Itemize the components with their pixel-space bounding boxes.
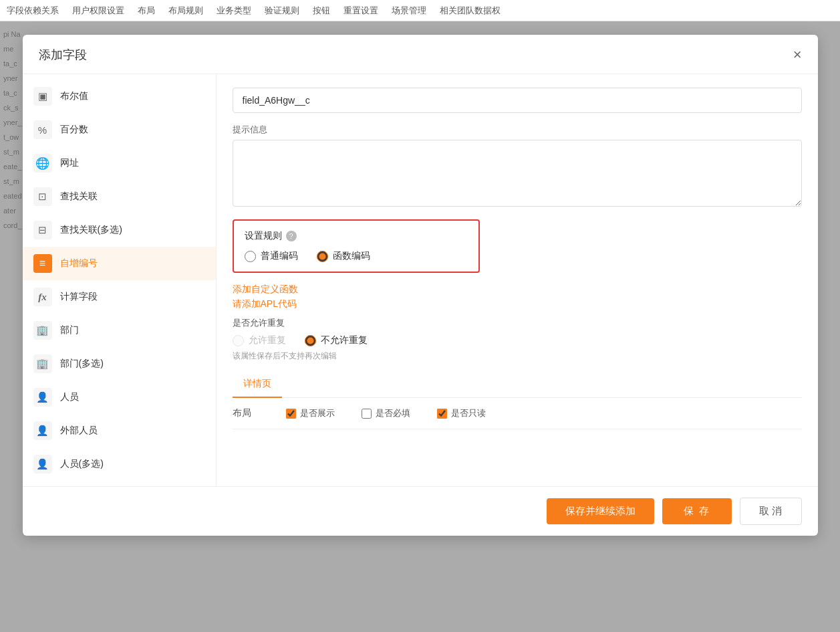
nav-item-4[interactable]: 布局规则 (168, 5, 203, 17)
allow-duplicate-option[interactable]: 允许重复 (233, 334, 286, 346)
required-checkbox[interactable] (362, 409, 372, 419)
close-button[interactable]: × (793, 47, 802, 62)
dept-label: 部门 (60, 324, 79, 336)
modal-footer: 保存并继续添加 保 存 取 消 (23, 486, 818, 536)
save-button[interactable]: 保 存 (662, 498, 732, 524)
readonly-checkbox[interactable] (437, 409, 447, 419)
top-nav: 字段依赖关系 用户权限设置 布局 布局规则 业务类型 验证规则 按钮 重置设置 … (0, 0, 840, 21)
modal-title: 添加字段 (39, 47, 87, 63)
bool-icon: ▣ (33, 87, 52, 106)
cancel-button[interactable]: 取 消 (740, 498, 801, 525)
readonly-checkbox-label[interactable]: 是否只读 (437, 407, 486, 419)
field-settings-panel: 提示信息 设置规则 ? 普通编码 (217, 74, 818, 486)
lookup-icon: ⊡ (33, 187, 52, 206)
field-type-lookup[interactable]: ⊡ 查找关联 (23, 180, 216, 213)
required-label: 是否必填 (376, 407, 410, 419)
disallow-label: 不允许重复 (321, 334, 368, 346)
lookup-multi-label: 查找关联(多选) (60, 224, 122, 236)
modal-overlay: 添加字段 × ▣ 布尔值 % 百分数 🌐 网 (0, 21, 840, 632)
nav-item-5[interactable]: 业务类型 (217, 5, 251, 17)
add-field-modal: 添加字段 × ▣ 布尔值 % 百分数 🌐 网 (23, 35, 818, 536)
allow-duplicate-title: 是否允许重复 (233, 317, 802, 329)
modal-header: 添加字段 × (23, 35, 818, 74)
show-checkbox-label[interactable]: 是否展示 (286, 407, 335, 419)
function-encoding-label: 函数编码 (333, 250, 370, 262)
url-label: 网址 (60, 157, 79, 169)
auto-number-icon: ≡ (33, 254, 52, 273)
nav-item-7[interactable]: 按钮 (313, 5, 330, 17)
rule-section-title: 设置规则 (245, 230, 282, 242)
person-multi-label: 人员(多选) (60, 458, 104, 470)
field-type-bool[interactable]: ▣ 布尔值 (23, 80, 216, 113)
layout-row: 布局 是否展示 是否必填 是否只读 (233, 398, 802, 429)
show-label: 是否展示 (300, 407, 335, 419)
dept-multi-icon: 🏢 (33, 354, 52, 373)
add-custom-function-link[interactable]: 添加自定义函数 (233, 284, 802, 296)
field-type-person[interactable]: 👤 人员 (23, 381, 216, 414)
background-content: pi Na me ta_c yner ta_c ck_s yner_ t_ow … (0, 21, 840, 632)
disallow-duplicate-option[interactable]: 不允许重复 (305, 334, 368, 346)
field-type-person-multi[interactable]: 👤 人员(多选) (23, 447, 216, 481)
nav-item-1[interactable]: 字段依赖关系 (7, 5, 59, 17)
layout-label: 布局 (233, 407, 259, 419)
readonly-label: 是否只读 (451, 407, 486, 419)
nav-item-10[interactable]: 相关团队数据权 (440, 5, 501, 17)
nav-item-9[interactable]: 场景管理 (392, 5, 426, 17)
help-icon[interactable]: ? (286, 231, 297, 241)
field-type-dept[interactable]: 🏢 部门 (23, 314, 216, 347)
nav-item-3[interactable]: 布局 (138, 5, 155, 17)
normal-encoding-option[interactable]: 普通编码 (245, 250, 298, 262)
bool-label: 布尔值 (60, 90, 88, 102)
normal-encoding-radio[interactable] (245, 251, 256, 262)
field-type-lookup-multi[interactable]: ⊟ 查找关联(多选) (23, 213, 216, 247)
field-type-list: ▣ 布尔值 % 百分数 🌐 网址 ⊡ 查找关联 (23, 74, 217, 486)
required-checkbox-label[interactable]: 是否必填 (362, 407, 410, 419)
normal-encoding-label: 普通编码 (261, 250, 298, 262)
allow-label: 允许重复 (249, 334, 286, 346)
rule-section: 设置规则 ? 普通编码 函数编码 (233, 219, 480, 273)
allow-duplicate-section: 是否允许重复 允许重复 不允许重复 该属性保存后不支持再次编辑 (233, 317, 802, 362)
url-icon: 🌐 (33, 154, 52, 173)
tab-detail[interactable]: 详情页 (233, 371, 282, 398)
rule-section-header: 设置规则 ? (245, 230, 468, 242)
show-checkbox[interactable] (286, 409, 296, 419)
external-person-icon: 👤 (33, 421, 52, 440)
encoding-radio-group: 普通编码 函数编码 (245, 250, 468, 262)
percent-icon: % (33, 120, 52, 139)
person-icon: 👤 (33, 388, 52, 407)
field-type-external-person[interactable]: 👤 外部人员 (23, 414, 216, 447)
person-label: 人员 (60, 391, 79, 403)
field-name-input[interactable] (233, 88, 802, 113)
allow-radio[interactable] (233, 335, 244, 346)
lookup-multi-icon: ⊟ (33, 221, 52, 239)
field-type-dept-multi[interactable]: 🏢 部门(多选) (23, 347, 216, 381)
allow-duplicate-radio-group: 允许重复 不允许重复 (233, 334, 802, 346)
field-type-url[interactable]: 🌐 网址 (23, 146, 216, 180)
tooltip-textarea[interactable] (233, 140, 802, 207)
dept-icon: 🏢 (33, 321, 52, 340)
detail-tabs: 详情页 (233, 371, 802, 398)
dept-multi-label: 部门(多选) (60, 358, 104, 370)
duplicate-hint: 该属性保存后不支持再次编辑 (233, 350, 802, 362)
disallow-radio[interactable] (305, 335, 316, 346)
modal-body: ▣ 布尔值 % 百分数 🌐 网址 ⊡ 查找关联 (23, 74, 818, 486)
person-multi-icon: 👤 (33, 455, 52, 473)
field-type-formula[interactable]: fx 计算字段 (23, 280, 216, 314)
tooltip-label: 提示信息 (233, 124, 802, 136)
auto-number-label: 自增编号 (60, 257, 98, 270)
lookup-label: 查找关联 (60, 191, 98, 203)
function-encoding-radio[interactable] (317, 251, 328, 262)
save-continue-button[interactable]: 保存并继续添加 (547, 498, 654, 524)
formula-label: 计算字段 (60, 291, 98, 303)
nav-item-8[interactable]: 重置设置 (343, 5, 378, 17)
formula-icon: fx (33, 288, 52, 306)
field-type-percent[interactable]: % 百分数 (23, 113, 216, 146)
external-person-label: 外部人员 (60, 425, 98, 437)
nav-item-6[interactable]: 验证规则 (265, 5, 299, 17)
function-encoding-option[interactable]: 函数编码 (317, 250, 370, 262)
add-apl-code-link[interactable]: 请添加APL代码 (233, 298, 802, 310)
nav-item-2[interactable]: 用户权限设置 (72, 5, 124, 17)
field-type-auto-number[interactable]: ≡ 自增编号 (23, 247, 216, 280)
percent-label: 百分数 (60, 124, 88, 136)
